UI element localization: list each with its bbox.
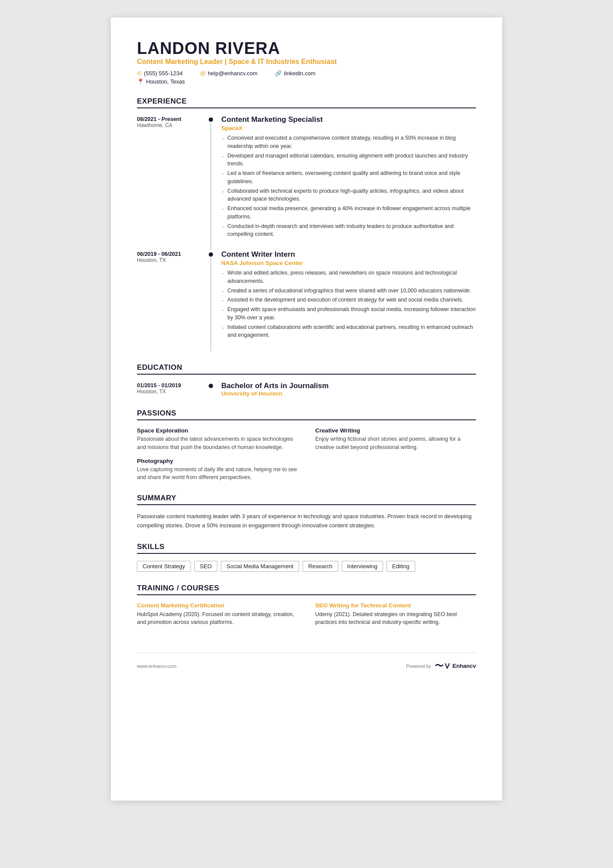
job-1-line	[210, 123, 211, 250]
bullet-item: Led a team of freelance writers, oversee…	[221, 169, 476, 186]
header: LANDON RIVERA Content Marketing Leader |…	[137, 39, 476, 85]
passion-space-title: Space Exploration	[137, 427, 298, 434]
edu-date: 01/2015 - 01/2019	[137, 382, 207, 389]
summary-text: Passionate content marketing leader with…	[137, 512, 476, 530]
skills-title: SKILLS	[137, 543, 476, 554]
edu-location: Houston, TX	[137, 389, 207, 395]
job-2-company: NASA Johnson Space Center	[221, 260, 476, 266]
job-1-bullets: Conceived and executed a comprehensive c…	[221, 134, 476, 238]
job-1-timeline	[207, 115, 215, 250]
skill-content-strategy: Content Strategy	[137, 561, 191, 572]
edu-dot	[209, 384, 213, 388]
job-1-date: 08/2021 - Present	[137, 115, 207, 122]
edu-content: Bachelor of Arts in Journalism Universit…	[215, 382, 476, 397]
passions-title: PASSIONS	[137, 409, 476, 420]
bullet-item: Engaged with space enthusiasts and profe…	[221, 305, 476, 322]
phone-icon: ✆	[137, 70, 142, 77]
passion-space-text: Passionate about the latest advancements…	[137, 435, 298, 452]
enhancv-icon: 〜∨	[435, 660, 451, 672]
bullet-item: Created a series of educational infograp…	[221, 287, 476, 295]
skills-section: SKILLS Content Strategy SEO Social Media…	[137, 543, 476, 572]
edu-timeline	[207, 382, 215, 397]
powered-by-text: Powered by	[406, 664, 431, 669]
footer-right: Powered by 〜∨ Enhancv	[406, 660, 476, 672]
job-2-dot	[209, 252, 213, 257]
brand-name: Enhancv	[453, 663, 476, 669]
job-2-line	[210, 258, 211, 351]
email-icon: @	[200, 70, 206, 77]
experience-section: EXPERIENCE 08/2021 - Present Hawthorne, …	[137, 97, 476, 351]
experience-title: EXPERIENCE	[137, 97, 476, 108]
bullet-item: Assisted in the development and executio…	[221, 296, 476, 304]
passion-writing: Creative Writing Enjoy writing fictional…	[315, 427, 476, 452]
training-1-text: HubSpot Academy (2020). Focused on conte…	[137, 610, 298, 627]
job-1: 08/2021 - Present Hawthorne, CA Content …	[137, 115, 476, 250]
skill-interviewing: Interviewing	[342, 561, 383, 572]
header-contact: ✆ (555) 555-1234 @ help@enhancv.com 🔗 li…	[137, 70, 476, 77]
email-value: help@enhancv.com	[208, 70, 257, 77]
passion-photography-title: Photography	[137, 458, 298, 464]
location-value: Houston, Texas	[146, 78, 185, 85]
header-title: Content Marketing Leader | Space & IT In…	[137, 58, 476, 66]
job-2: 06/2019 - 06/2021 Houston, TX Content Wr…	[137, 250, 476, 351]
resume-page: LANDON RIVERA Content Marketing Leader |…	[111, 17, 502, 801]
edu-date-col: 01/2015 - 01/2019 Houston, TX	[137, 382, 207, 397]
education-section: EDUCATION 01/2015 - 01/2019 Houston, TX …	[137, 363, 476, 397]
job-1-content: Content Marketing Specialist SpaceX Conc…	[215, 115, 476, 250]
header-name: LANDON RIVERA	[137, 39, 476, 58]
summary-title: SUMMARY	[137, 494, 476, 505]
job-2-date-col: 06/2019 - 06/2021 Houston, TX	[137, 250, 207, 351]
job-1-role: Content Marketing Specialist	[221, 115, 476, 124]
training-1: Content Marketing Certification HubSpot …	[137, 602, 298, 627]
skill-social-media: Social Media Management	[221, 561, 299, 572]
linkedin-icon: 🔗	[275, 70, 282, 77]
training-title: TRAINING / COURSES	[137, 584, 476, 595]
training-2-text: Udemy (2021). Detailed strategies on int…	[315, 610, 476, 627]
passion-photography-text: Love capturing moments of daily life and…	[137, 466, 298, 482]
edu-row: 01/2015 - 01/2019 Houston, TX Bachelor o…	[137, 382, 476, 397]
passion-writing-text: Enjoy writing fictional short stories an…	[315, 435, 476, 452]
bullet-item: Wrote and edited articles, press release…	[221, 269, 476, 285]
training-2-title: SEO Writing for Technical Content	[315, 602, 476, 609]
job-2-content: Content Writer Intern NASA Johnson Space…	[215, 250, 476, 351]
footer: www.enhancv.com Powered by 〜∨ Enhancv	[137, 653, 476, 672]
enhancv-logo: 〜∨ Enhancv	[435, 660, 476, 672]
email-contact: @ help@enhancv.com	[200, 70, 257, 77]
education-title: EDUCATION	[137, 363, 476, 375]
job-2-location: Houston, TX	[137, 257, 207, 263]
bullet-item: Developed and managed editorial calendar…	[221, 152, 476, 168]
passions-grid: Space Exploration Passionate about the l…	[137, 427, 476, 482]
passion-photography: Photography Love capturing moments of da…	[137, 458, 298, 482]
passion-space: Space Exploration Passionate about the l…	[137, 427, 298, 452]
skill-research: Research	[303, 561, 338, 572]
skill-editing: Editing	[386, 561, 415, 572]
edu-degree: Bachelor of Arts in Journalism	[221, 382, 476, 390]
job-1-date-col: 08/2021 - Present Hawthorne, CA	[137, 115, 207, 250]
bullet-item: Conducted in-depth research and intervie…	[221, 222, 476, 239]
linkedin-contact: 🔗 linkedin.com	[275, 70, 315, 77]
skill-seo: SEO	[194, 561, 217, 572]
phone-value: (555) 555-1234	[144, 70, 183, 77]
footer-left: www.enhancv.com	[137, 664, 177, 669]
summary-section: SUMMARY Passionate content marketing lea…	[137, 494, 476, 530]
passions-section: PASSIONS Space Exploration Passionate ab…	[137, 409, 476, 482]
location-icon: 📍	[137, 78, 144, 85]
skills-list: Content Strategy SEO Social Media Manage…	[137, 561, 476, 572]
bullet-item: Enhanced social media presence, generati…	[221, 204, 476, 221]
job-1-dot	[209, 117, 213, 122]
training-2: SEO Writing for Technical Content Udemy …	[315, 602, 476, 627]
location-contact: 📍 Houston, Texas	[137, 78, 476, 85]
passion-writing-title: Creative Writing	[315, 427, 476, 434]
training-grid: Content Marketing Certification HubSpot …	[137, 602, 476, 627]
bullet-item: Conceived and executed a comprehensive c…	[221, 134, 476, 151]
job-2-role: Content Writer Intern	[221, 250, 476, 259]
job-2-date: 06/2019 - 06/2021	[137, 250, 207, 257]
linkedin-value: linkedin.com	[284, 70, 315, 77]
job-1-company: SpaceX	[221, 125, 476, 131]
job-2-bullets: Wrote and edited articles, press release…	[221, 269, 476, 339]
job-2-timeline	[207, 250, 215, 351]
phone-contact: ✆ (555) 555-1234	[137, 70, 183, 77]
job-1-location: Hawthorne, CA	[137, 122, 207, 128]
edu-school: University of Houston	[221, 390, 476, 397]
training-1-title: Content Marketing Certification	[137, 602, 298, 609]
